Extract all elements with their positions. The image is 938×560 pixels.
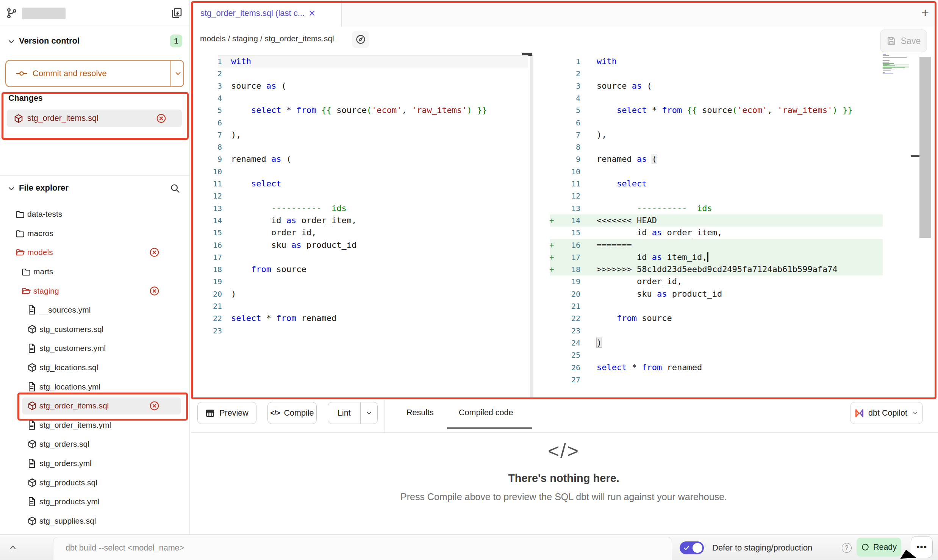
code-line-23[interactable]: 23 bbox=[533, 325, 938, 337]
code-line-25[interactable]: 25 bbox=[533, 349, 938, 361]
discard-change-icon[interactable] bbox=[156, 113, 166, 124]
code-line-16[interactable]: 16 sku as product_id bbox=[190, 239, 529, 251]
code-line-8[interactable]: 8 bbox=[190, 141, 529, 153]
tree-item-stg-locations-sql[interactable]: stg_locations.sql bbox=[0, 358, 189, 377]
code-line-17[interactable]: 17+ id as item_id, bbox=[533, 251, 938, 263]
code-line-16[interactable]: 16+======= bbox=[533, 239, 938, 251]
code-line-12[interactable]: 12 bbox=[533, 190, 938, 202]
save-button[interactable]: Save bbox=[880, 30, 927, 52]
search-icon[interactable] bbox=[170, 183, 180, 194]
code-line-6[interactable]: 6 bbox=[533, 117, 938, 129]
code-line-14[interactable]: 14 id as order_item, bbox=[190, 214, 529, 227]
code-line-7[interactable]: 7), bbox=[190, 129, 529, 141]
code-line-8[interactable]: 8 bbox=[533, 141, 938, 153]
close-tab-icon[interactable]: ✕ bbox=[308, 8, 316, 19]
version-control-header[interactable]: Version control bbox=[19, 36, 80, 46]
lineage-compass-button[interactable] bbox=[352, 31, 369, 48]
code-line-4[interactable]: 4 bbox=[533, 92, 938, 104]
code-line-27[interactable]: 27 bbox=[533, 374, 938, 386]
code-line-21[interactable]: 21 bbox=[190, 300, 529, 312]
command-input[interactable]: dbt build --select <model_name> bbox=[53, 537, 672, 560]
code-line-20[interactable]: 20) bbox=[190, 288, 529, 300]
tree-item-stg-order-items-sql[interactable]: stg_order_items.sql bbox=[0, 396, 189, 416]
code-line-13[interactable]: 13 ---------- ids bbox=[190, 202, 529, 214]
code-line-21[interactable]: 21 bbox=[533, 300, 938, 312]
discard-change-icon[interactable] bbox=[149, 286, 159, 296]
code-line-23[interactable]: 23 bbox=[190, 325, 529, 337]
lint-button[interactable]: Lint bbox=[328, 402, 378, 424]
tree-item-stg-order-items-yml[interactable]: stg_order_items.yml bbox=[0, 416, 189, 435]
copy-docs-icon[interactable] bbox=[170, 7, 183, 19]
changed-file-stg-order-items[interactable]: stg_order_items.sql bbox=[7, 109, 182, 127]
tree-item-stg-customers-yml[interactable]: stg_customers.yml bbox=[0, 339, 189, 358]
compile-button[interactable]: </> Compile bbox=[267, 402, 317, 424]
code-line-3[interactable]: 3source as ( bbox=[533, 80, 938, 92]
tree-item-stg-products-sql[interactable]: stg_products.sql bbox=[0, 473, 189, 492]
code-line-22[interactable]: 22 from source bbox=[533, 312, 938, 324]
code-line-10[interactable]: 10 bbox=[190, 166, 529, 178]
tree-item-stg-customers-sql[interactable]: stg_customers.sql bbox=[0, 320, 189, 339]
code-line-22[interactable]: 22select * from renamed bbox=[190, 312, 529, 324]
code-line-17[interactable]: 17 bbox=[190, 251, 529, 263]
commit-and-resolve-button[interactable]: Commit and resolve bbox=[5, 60, 184, 87]
chevron-down-icon[interactable] bbox=[174, 69, 182, 78]
help-icon[interactable]: ? bbox=[842, 543, 852, 553]
code-line-15[interactable]: 15 order_id, bbox=[190, 227, 529, 239]
tab-results[interactable]: Results bbox=[406, 402, 434, 423]
tab-compiled-code[interactable]: Compiled code bbox=[459, 402, 513, 423]
right-scrollbar-thumb[interactable] bbox=[919, 57, 931, 238]
tree-item-macros[interactable]: macros bbox=[0, 224, 189, 243]
code-line-12[interactable]: 12 bbox=[190, 190, 529, 202]
defer-toggle[interactable] bbox=[680, 541, 704, 554]
tree-item-data-tests[interactable]: data-tests bbox=[0, 205, 189, 224]
editor-pane-current[interactable]: 1with23source as (45 select * from {{ so… bbox=[533, 53, 938, 397]
code-line-26[interactable]: 26select * from renamed bbox=[533, 361, 938, 374]
code-line-18[interactable]: 18+>>>>>>> 58c1dd23d5eebd9cd2495fa7124ab… bbox=[533, 263, 938, 275]
code-line-11[interactable]: 11 select bbox=[533, 178, 938, 190]
more-options-button[interactable]: ••• bbox=[911, 536, 933, 558]
code-line-1[interactable]: 1with bbox=[533, 55, 938, 67]
code-line-9[interactable]: 9renamed as ( bbox=[533, 153, 938, 165]
tree-item-stg-locations-yml[interactable]: stg_locations.yml bbox=[0, 377, 189, 396]
code-line-2[interactable]: 2 bbox=[190, 67, 529, 80]
tree-item-models[interactable]: models bbox=[0, 243, 189, 262]
code-line-11[interactable]: 11 select bbox=[190, 178, 529, 190]
code-line-19[interactable]: 19 order_id, bbox=[533, 275, 938, 288]
code-line-7[interactable]: 7), bbox=[533, 129, 938, 141]
code-line-20[interactable]: 20 sku as product_id bbox=[533, 288, 938, 300]
code-line-5[interactable]: 5 select * from {{ source('ecom', 'raw_i… bbox=[533, 104, 938, 116]
code-line-6[interactable]: 6 bbox=[190, 117, 529, 129]
code-line-24[interactable]: 24) bbox=[533, 337, 938, 349]
discard-change-icon[interactable] bbox=[149, 247, 159, 258]
code-line-4[interactable]: 4 bbox=[190, 92, 529, 104]
tree-item-stg-orders-sql[interactable]: stg_orders.sql bbox=[0, 435, 189, 454]
code-line-14[interactable]: 14+<<<<<<< HEAD bbox=[533, 214, 938, 227]
code-line-19[interactable]: 19 bbox=[190, 275, 529, 288]
code-line-9[interactable]: 9renamed as ( bbox=[190, 153, 529, 165]
new-tab-button[interactable]: + bbox=[921, 5, 929, 20]
code-line-13[interactable]: 13 ---------- ids bbox=[533, 202, 938, 214]
chevron-down-icon[interactable] bbox=[7, 184, 16, 193]
tree-item--sources-yml[interactable]: __sources.yml bbox=[0, 300, 189, 320]
preview-button[interactable]: Preview bbox=[197, 402, 256, 424]
code-line-2[interactable]: 2 bbox=[533, 67, 938, 80]
editor-pane-previous-version[interactable]: 1with23source as (45 select * from {{ so… bbox=[190, 53, 529, 397]
tree-item-stg-orders-yml[interactable]: stg_orders.yml bbox=[0, 454, 189, 473]
code-line-1[interactable]: 1with bbox=[190, 55, 529, 67]
file-explorer-header[interactable]: File explorer bbox=[19, 183, 69, 193]
tree-item-stg-products-yml[interactable]: stg_products.yml bbox=[0, 492, 189, 512]
dbt-copilot-button[interactable]: dbt Copilot bbox=[850, 402, 923, 424]
tree-item-stg-supplies-sql[interactable]: stg_supplies.sql bbox=[0, 512, 189, 531]
minimap[interactable] bbox=[883, 54, 909, 75]
tab-stg-order-items[interactable]: stg_order_items.sql (last c... ✕ bbox=[190, 0, 342, 27]
tree-item-marts[interactable]: marts bbox=[0, 262, 189, 282]
chevron-down-icon[interactable] bbox=[7, 37, 16, 46]
tree-item-staging[interactable]: staging bbox=[0, 281, 189, 300]
code-line-15[interactable]: 15 id as order_item, bbox=[533, 227, 938, 239]
code-line-3[interactable]: 3source as ( bbox=[190, 80, 529, 92]
chevron-down-icon[interactable] bbox=[361, 409, 377, 417]
code-line-10[interactable]: 10 bbox=[533, 166, 938, 178]
chevron-up-icon[interactable] bbox=[8, 543, 17, 552]
discard-change-icon[interactable] bbox=[149, 401, 159, 411]
code-line-18[interactable]: 18 from source bbox=[190, 263, 529, 275]
